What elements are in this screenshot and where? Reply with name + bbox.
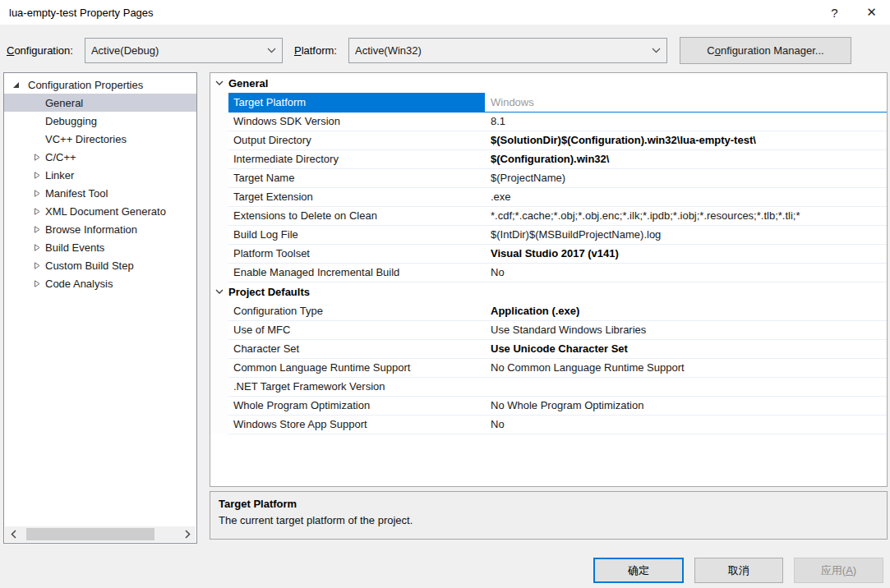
property-value: No Whole Program Optimization [485,399,887,411]
property-name: Character Set [228,339,485,358]
section-title: Project Defaults [228,286,310,298]
tree-collapsed-icon[interactable] [34,244,42,251]
close-icon[interactable]: ✕ [853,0,890,25]
property-row[interactable]: Target Platform Windows [210,93,887,112]
chevron-down-icon[interactable] [210,282,228,301]
property-name: Windows Store App Support [228,415,485,434]
property-value: $(ProjectName) [485,172,887,184]
titlebar: lua-empty-test Property Pages ? ✕ [0,0,890,25]
tree-collapsed-icon[interactable] [34,172,42,179]
property-row[interactable]: Extensions to Delete on Clean *.cdf;*.ca… [210,206,887,225]
property-value: No [485,266,887,278]
property-value: No [485,418,887,430]
property-value: Windows [485,96,887,108]
tree-item-label: XML Document Generato [45,205,166,218]
ok-button[interactable]: 确定 [593,558,684,583]
property-name: Output Directory [228,131,485,149]
tree-item[interactable]: Debugging [4,112,196,130]
tree-item[interactable]: General [4,94,196,112]
tree-item-label: General [45,97,83,109]
tree-root-configuration-properties[interactable]: Configuration Properties [4,76,196,94]
property-row[interactable]: Target Extension .exe [210,187,887,206]
property-row[interactable]: Whole Program Optimization No Whole Prog… [210,396,887,415]
tree-item-label: C/C++ [45,151,76,163]
tree-collapsed-icon[interactable] [34,280,42,287]
property-name: Target Extension [228,187,485,206]
apply-button[interactable]: 应用(A) [794,558,883,583]
tree-horizontal-scrollbar[interactable] [5,526,196,542]
configuration-manager-button[interactable]: Configuration Manager... [680,37,851,64]
platform-label: Platform: [294,44,337,57]
tree-collapsed-icon[interactable] [34,262,42,269]
property-name: Target Platform [228,93,485,112]
property-row[interactable]: Common Language Runtime Support No Commo… [210,358,887,377]
tree-collapsed-icon[interactable] [34,208,42,215]
property-row[interactable]: Platform Toolset Visual Studio 2017 (v14… [210,244,887,263]
tree-item[interactable]: Linker [4,166,196,184]
property-section-header[interactable]: Project Defaults [210,282,887,301]
tree-item[interactable]: C/C++ [4,148,196,166]
property-value: Application (.exe) [485,305,887,317]
property-row[interactable]: .NET Target Framework Version [210,377,887,396]
property-row[interactable]: Configuration Type Application (.exe) [210,301,887,320]
configuration-toolbar: Configuration: Active(Debug) Platform: A… [7,38,883,63]
scroll-right-icon[interactable] [179,526,196,542]
configuration-label: Configuration: [7,44,73,57]
property-value: Visual Studio 2017 (v141) [485,247,887,260]
property-name: Use of MFC [228,320,485,339]
property-section-header[interactable]: General [210,73,887,93]
property-name: Build Log File [228,225,485,244]
property-value: $(SolutionDir)$(Configuration).win32\lua… [485,134,887,146]
tree-item[interactable]: Browse Information [4,220,196,238]
tree-item[interactable]: Custom Build Step [4,256,196,274]
platform-combobox-value: Active(Win32) [355,44,647,57]
tree-item-label: Browse Information [45,223,137,236]
tree-collapsed-icon[interactable] [34,226,42,233]
property-name: Platform Toolset [228,244,485,263]
configuration-combobox[interactable]: Active(Debug) [85,38,283,63]
tree-item-label: Custom Build Step [45,260,134,272]
chevron-down-icon [267,48,276,53]
property-row[interactable]: Enable Managed Incremental Build No [210,263,887,282]
help-icon[interactable]: ? [816,0,853,25]
property-pages-dialog: lua-empty-test Property Pages ? ✕ Config… [0,0,890,588]
tree-item[interactable]: Manifest Tool [4,184,196,202]
property-row[interactable]: Windows Store App Support No [210,415,887,434]
tree-item[interactable]: Build Events [4,238,196,256]
property-name: Whole Program Optimization [228,396,485,415]
scroll-left-icon[interactable] [5,526,21,542]
property-row[interactable]: Output Directory $(SolutionDir)$(Configu… [210,131,887,149]
tree-item-label: Configuration Properties [28,79,143,91]
chevron-down-icon[interactable] [210,73,228,93]
description-text: The current target platform of the proje… [219,514,878,526]
property-row[interactable]: Target Name $(ProjectName) [210,168,887,187]
description-title: Target Platform [219,498,878,510]
property-value: 8.1 [485,115,887,127]
property-value: No Common Language Runtime Support [485,361,887,374]
tree-expanded-icon[interactable] [12,81,21,89]
chevron-down-icon [652,48,661,53]
tree-item-label: Code Analysis [45,278,113,290]
property-row[interactable]: Build Log File $(IntDir)$(MSBuildProject… [210,225,887,244]
cancel-button[interactable]: 取消 [694,558,783,583]
property-name: Enable Managed Incremental Build [228,263,485,282]
property-row[interactable]: Use of MFC Use Standard Windows Librarie… [210,320,887,339]
property-row[interactable]: Character Set Use Unicode Character Set [210,339,887,358]
tree-item[interactable]: XML Document Generato [4,202,196,220]
property-value: $(IntDir)$(MSBuildProjectName).log [485,228,887,241]
property-name: Intermediate Directory [228,149,485,168]
tree-collapsed-icon[interactable] [34,190,42,197]
tree-item[interactable]: VC++ Directories [4,130,196,148]
property-grid: General Target Platform Windows Windows … [210,72,888,487]
platform-combobox[interactable]: Active(Win32) [348,38,667,63]
property-row[interactable]: Windows SDK Version 8.1 [210,112,887,131]
property-value: Use Unicode Character Set [485,342,887,355]
property-row[interactable]: Intermediate Directory $(Configuration).… [210,149,887,168]
property-name: Windows SDK Version [228,112,485,131]
configuration-tree-panel: Configuration Properties General Debuggi… [3,72,197,544]
scrollbar-thumb[interactable] [26,528,154,540]
tree-collapsed-icon[interactable] [34,154,42,161]
tree-item[interactable]: Code Analysis [4,274,196,292]
configuration-combobox-value: Active(Debug) [91,44,262,57]
tree-item-label: Linker [45,169,74,181]
